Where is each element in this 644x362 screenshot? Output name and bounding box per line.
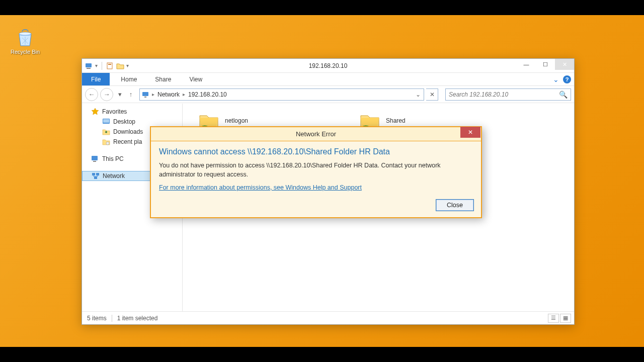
minimize-button[interactable]: — — [517, 59, 536, 70]
letterbox-bottom — [0, 347, 644, 362]
close-button[interactable]: ✕ — [555, 59, 574, 70]
dialog-close-button[interactable]: ✕ — [460, 127, 480, 138]
downloads-icon — [102, 128, 110, 136]
qat-separator — [102, 62, 102, 70]
folder-netlogon-label: netlogon — [225, 117, 248, 124]
tree-network-label: Network — [103, 172, 125, 179]
status-separator — [112, 315, 112, 322]
computer-icon — [85, 62, 93, 70]
dialog-close-action-button[interactable]: Close — [436, 199, 474, 211]
recent-locations-button[interactable]: ▾ — [115, 88, 124, 101]
qat-dropdown-icon[interactable]: ▾ — [95, 63, 98, 68]
status-item-count: 5 items — [87, 315, 107, 322]
desktop-icon — [102, 118, 110, 126]
network-icon — [92, 172, 100, 180]
search-icon[interactable]: 🔍 — [559, 90, 568, 99]
recent-icon — [102, 138, 110, 146]
address-bar[interactable]: ▸ Network ▸ 192.168.20.10 ⌄ — [139, 88, 424, 101]
back-button[interactable]: ← — [85, 88, 98, 101]
window-title: 192.168.20.10 — [82, 62, 574, 69]
svg-rect-2 — [87, 68, 91, 69]
network-location-icon — [142, 90, 150, 99]
svg-rect-8 — [103, 119, 109, 123]
address-clear-button[interactable]: ✕ — [426, 88, 438, 101]
qat-customize-icon[interactable]: ▾ — [126, 63, 129, 68]
dialog-message: You do not have permission to access \\1… — [159, 161, 473, 179]
svg-rect-3 — [107, 63, 112, 69]
search-box[interactable]: 🔍 — [445, 88, 571, 101]
tree-recent-label: Recent pla — [113, 138, 142, 145]
svg-rect-10 — [92, 156, 98, 160]
dialog-title-text: Network Error — [296, 130, 336, 138]
folder-shared-label: Shared — [386, 117, 406, 124]
recycle-bin[interactable]: Recycle Bin — [8, 28, 43, 55]
view-details-button[interactable]: ☰ — [548, 314, 559, 323]
dialog-titlebar[interactable]: Network Error ✕ — [151, 127, 481, 141]
svg-rect-1 — [86, 63, 92, 67]
svg-point-9 — [106, 142, 109, 145]
svg-rect-12 — [92, 173, 95, 175]
svg-rect-13 — [96, 173, 99, 175]
recycle-bin-label: Recycle Bin — [11, 49, 40, 55]
new-folder-icon[interactable] — [116, 62, 124, 70]
help-icon[interactable]: ? — [563, 75, 571, 83]
tree-this-pc-label: This PC — [102, 155, 124, 162]
tree-favorites-label: Favorites — [102, 108, 127, 115]
tree-desktop-label: Desktop — [113, 118, 135, 125]
tree-favorites[interactable]: Favorites — [82, 107, 182, 117]
dialog-help-link[interactable]: For more information about permissions, … — [159, 184, 362, 191]
tree-desktop[interactable]: Desktop — [82, 117, 182, 127]
titlebar[interactable]: ▾ ▾ 192.168.20.10 — ☐ ✕ — [82, 59, 574, 73]
svg-rect-14 — [94, 176, 97, 179]
up-button[interactable]: ↑ — [126, 88, 135, 101]
network-error-dialog: Network Error ✕ Windows cannot access \\… — [150, 126, 482, 218]
dialog-heading: Windows cannot access \\192.168.20.10\Sh… — [159, 147, 473, 156]
tab-view[interactable]: View — [180, 73, 211, 85]
star-icon — [91, 108, 99, 116]
recycle-bin-icon — [15, 28, 35, 48]
breadcrumb-host[interactable]: 192.168.20.10 — [185, 91, 230, 98]
tab-file[interactable]: File — [82, 73, 110, 85]
svg-rect-11 — [93, 161, 96, 162]
maximize-button[interactable]: ☐ — [536, 59, 555, 70]
forward-button[interactable]: → — [100, 88, 113, 101]
svg-rect-6 — [144, 97, 146, 98]
this-pc-icon — [91, 155, 99, 163]
tab-home[interactable]: Home — [112, 73, 146, 85]
status-bar: 5 items 1 item selected ☰ ▦ — [82, 311, 574, 324]
properties-icon[interactable] — [106, 62, 114, 70]
nav-row: ← → ▾ ↑ ▸ Network ▸ 192.168.20.10 ⌄ ✕ 🔍 — [82, 86, 574, 103]
svg-rect-5 — [142, 92, 148, 96]
tab-share[interactable]: Share — [146, 73, 180, 85]
collapse-ribbon-icon[interactable]: ⌄ — [553, 75, 559, 83]
address-dropdown-icon[interactable]: ⌄ — [413, 91, 424, 98]
search-input[interactable] — [449, 91, 559, 98]
svg-rect-4 — [108, 64, 111, 65]
letterbox-top — [0, 0, 644, 15]
breadcrumb-network[interactable]: Network — [154, 91, 183, 98]
svg-point-0 — [19, 32, 31, 35]
ribbon: File Home Share View ⌄ ? — [82, 73, 574, 86]
tree-downloads-label: Downloads — [113, 128, 143, 135]
status-selected: 1 item selected — [117, 315, 158, 322]
view-icons-button[interactable]: ▦ — [560, 314, 571, 323]
